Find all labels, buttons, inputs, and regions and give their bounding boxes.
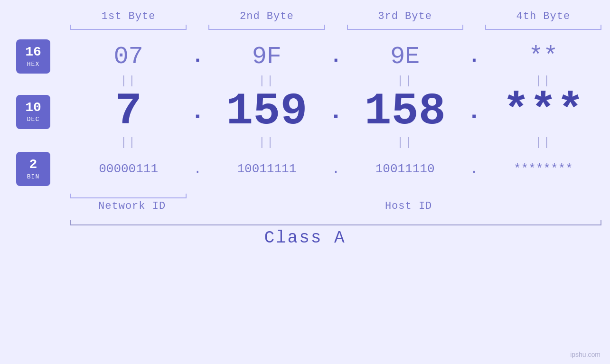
header-spacer [0,10,66,22]
host-id-bracket-mid [347,190,463,198]
bracket-dot1 [190,24,205,33]
bot-brk-dot1 [190,190,205,198]
eq-hex-b4: || [481,75,605,87]
bot-brk-spacer [0,190,66,198]
bin-badge-label: BIN [27,173,39,180]
bot-brk-dot2 [329,190,343,198]
bracket-byte3 [347,24,463,33]
full-brk-spacer [0,216,66,225]
dec-dot1: . [190,98,205,125]
eq-hex-b3: || [343,75,467,87]
eq-row-1: || || || || [0,75,610,87]
id-labels-row: Network ID Host ID [0,200,610,212]
bottom-bracket-row [0,190,610,198]
hex-badge: 16 HEX [16,39,50,74]
bot-brk-dot3 [467,190,481,198]
eq-hex-b2: || [205,75,328,87]
label-dot [197,200,212,212]
hex-b4: ** [481,43,605,71]
hex-b2: 9F [205,43,328,71]
network-id-bracket [70,190,187,198]
top-bracket-row [0,24,610,33]
bin-b4: ******** [481,162,605,176]
hex-dot3: . [467,45,481,68]
bin-dot3: . [467,162,481,177]
hex-b3: 9E [343,43,467,71]
host-id-bracket-end [485,190,601,198]
hex-b1: 07 [66,43,190,71]
dec-badge-label: DEC [27,116,39,123]
network-id-label: Network ID [66,200,197,212]
label-spacer [0,200,66,212]
byte-headers-row: 1st Byte 2nd Byte 3rd Byte 4th Byte [0,0,610,22]
eq-dec-b1: || [66,136,190,149]
byte3-header: 3rd Byte [343,10,467,22]
main-wrapper: 1st Byte 2nd Byte 3rd Byte 4th Byte 16 H… [0,0,610,364]
full-bracket [66,216,605,225]
header-dot2 [329,10,343,22]
bin-b1: 00000111 [66,162,190,176]
watermark: ipshu.com [570,351,601,358]
dec-dot3: . [467,98,481,125]
eq-dec-b2: || [205,136,328,149]
hex-badge-number: 16 [25,45,41,60]
eq-row-2: || || || || [0,136,610,149]
bracket-byte2 [208,24,325,33]
dec-badge-wrap: 10 DEC [0,95,66,129]
byte4-header: 4th Byte [481,10,605,22]
dec-badge: 10 DEC [16,95,50,129]
byte2-header: 2nd Byte [205,10,328,22]
full-bracket-row [0,216,610,225]
bracket-byte1 [70,24,187,33]
bracket-byte4 [485,24,601,33]
dec-b3: 158 [343,89,467,134]
bin-badge-number: 2 [29,158,38,172]
bin-badge: 2 BIN [16,152,50,186]
bin-row: 2 BIN 00000111 . 10011111 . 10011110 . *… [0,152,610,186]
hex-dot2: . [329,45,343,68]
hex-badge-wrap: 16 HEX [0,39,66,74]
dec-b4: *** [481,89,605,134]
header-dot3 [467,10,481,22]
bin-b2: 10011111 [205,162,328,176]
bin-badge-wrap: 2 BIN [0,152,66,186]
byte1-header: 1st Byte [66,10,190,22]
dec-dot2: . [329,98,343,125]
dec-badge-number: 10 [25,101,41,115]
bin-dot1: . [190,162,205,177]
dec-b2: 159 [205,89,328,134]
dec-row: 10 DEC 7 . 159 . 158 . *** [0,89,610,134]
hex-dot1: . [190,45,205,68]
eq-dec-b4: || [481,136,605,149]
bracket-dot2 [329,24,343,33]
host-id-label: Host ID [212,200,605,212]
hex-row: 16 HEX 07 . 9F . 9E . ** [0,39,610,74]
hex-badge-label: HEX [27,61,39,68]
header-dot1 [190,10,205,22]
dec-b1: 7 [66,89,190,134]
bin-dot2: . [329,162,343,177]
bracket-dot3 [467,24,481,33]
host-id-bracket-start [208,190,325,198]
class-label: Class A [0,228,610,248]
bin-b3: 10011110 [343,162,467,176]
bracket-spacer [0,24,66,33]
eq-hex-b1: || [66,75,190,87]
eq-dec-b3: || [343,136,467,149]
